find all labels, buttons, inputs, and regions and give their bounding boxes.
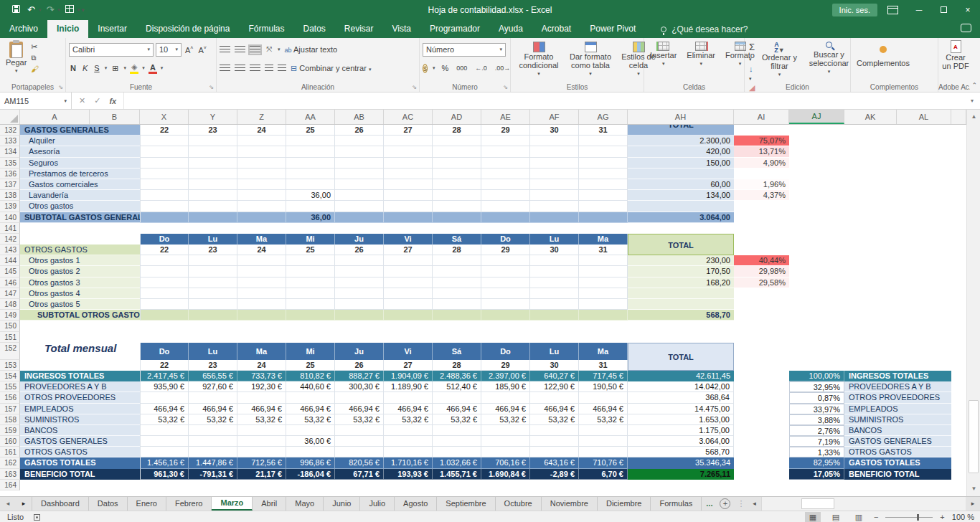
ribbon-tab-ayuda[interactable]: Ayuda [489,20,532,38]
cell-day6-r139[interactable] [433,201,481,212]
cell-day8-r148[interactable] [530,299,579,310]
cell-day7-r154[interactable]: 2.397,00 € [481,371,530,381]
cell-day1-r134[interactable] [189,146,237,157]
empty-cells[interactable] [734,360,966,371]
cell-day9-r159[interactable] [579,425,628,436]
cell-day0-r135[interactable] [140,158,189,169]
cell-day2-r158[interactable]: 53,32 € [237,414,286,425]
empty-cells[interactable] [789,169,966,179]
summary-label-161[interactable]: OTROS GASTOS [844,447,951,457]
cell-day5-r160[interactable] [384,436,433,447]
cell-day9-r148[interactable] [579,299,628,310]
cell-day6-r134[interactable] [433,146,481,157]
cell-day3-r133[interactable] [286,136,335,146]
cell-day4-r145[interactable] [335,266,384,277]
cell-day3-r146[interactable] [286,277,335,288]
empty-cells[interactable] [20,480,966,490]
font-dialog-launcher-icon[interactable]: ⇘ [209,84,214,90]
summary-label-155[interactable]: PROVEEDORES A Y B [844,381,951,392]
cell-day2-r142[interactable]: Ma [237,234,286,245]
cell-day3-r161[interactable] [286,447,335,457]
fill-color-dropdown-icon[interactable]: ▾ [142,65,145,71]
row-header-140[interactable]: 140 [0,212,20,223]
label-145[interactable]: Otros gastos 2 [20,266,140,277]
cell-day5-r144[interactable] [384,255,433,266]
cell-day9-r149[interactable] [579,310,628,321]
cell-day7-r143[interactable]: 29 [481,245,530,255]
cell-day0-r134[interactable] [140,146,189,157]
cell-day6-r152[interactable]: Sá [433,343,481,360]
total-145[interactable]: 170,50 [628,266,734,277]
align-top-icon[interactable] [220,46,230,54]
summary-pct-156[interactable]: 0,87% [789,392,844,403]
sheet-tab-agosto[interactable]: Agosto [395,497,437,511]
empty-cells[interactable] [789,266,966,277]
vertical-scrollbar[interactable]: ▲ ▼ [966,110,980,496]
cell-day3-r148[interactable] [286,299,335,310]
empty-cells[interactable] [789,146,966,157]
number-dialog-launcher-icon[interactable]: ⇘ [503,84,508,90]
decrease-font-icon[interactable]: A˅ [197,45,207,54]
fill-color-icon[interactable]: ◈ [130,62,138,74]
row-header-153[interactable]: 153 [0,360,20,371]
row-header-155[interactable]: 155 [0,381,20,392]
cell-day7-r145[interactable] [481,266,530,277]
cell-day2-r153[interactable]: 24 [237,360,286,371]
cell-day6-r140[interactable] [433,212,481,223]
total-137[interactable]: 60,00 [628,179,734,190]
cell-day0-r149[interactable] [140,310,189,321]
cell-day6-r154[interactable]: 2.488,36 € [433,371,481,381]
cell-day1-r160[interactable] [189,436,237,447]
cell-day9-r145[interactable] [579,266,628,277]
cell-day2-r135[interactable] [237,158,286,169]
cell-day6-r144[interactable] [433,255,481,266]
cell-day6-r133[interactable] [433,136,481,146]
cell-day0-r156[interactable] [140,392,189,403]
cell-day3-r137[interactable] [286,179,335,190]
insert-cells-button[interactable]: Insertar ▾ [647,40,679,81]
cell-day2-r148[interactable] [237,299,286,310]
orientation-dropdown-icon[interactable]: ▾ [278,47,281,52]
cell-day6-r162[interactable]: 1.032,66 € [433,457,481,468]
row-header-148[interactable]: 148 [0,299,20,310]
fill-icon[interactable]: ↓ ▾ [748,65,756,82]
cell-day2-r137[interactable] [237,179,286,190]
cell-day1-r161[interactable] [189,447,237,457]
label-162[interactable]: GASTOS TOTALES [20,457,140,468]
cell-day8-r147[interactable] [530,288,579,299]
cell-day7-r162[interactable]: 706,16 € [481,457,530,468]
column-header-AG[interactable]: AG [579,110,628,124]
cell-day0-r138[interactable] [140,190,189,201]
cell-day8-r139[interactable] [530,201,579,212]
label-161[interactable]: OTROS GASTOS [20,447,140,457]
cell-day7-r136[interactable] [481,169,530,179]
total-162[interactable]: 35.346,34 [628,457,734,468]
first-sheet-icon[interactable]: ◂ [0,497,16,511]
row-header-142[interactable]: 142 [0,234,20,245]
column-header-partial[interactable] [951,110,966,124]
cell-day2-r134[interactable] [237,146,286,157]
label-139[interactable]: Otros gastos [20,201,140,212]
empty-cells[interactable] [789,288,966,299]
close-button[interactable]: × [956,0,980,20]
cell-day2-r154[interactable]: 733,73 € [237,371,286,381]
decrease-decimal-icon[interactable]: .00→ [494,65,512,72]
cell-day8-r136[interactable] [530,169,579,179]
cell-day9-r143[interactable]: 31 [579,245,628,255]
cell-day7-r148[interactable] [481,299,530,310]
cell-day9-r157[interactable]: 466,94 € [579,404,628,414]
cell-day7-r160[interactable] [481,436,530,447]
empty-cells[interactable] [789,179,966,190]
total-144[interactable]: 230,00 [628,255,734,266]
total-157[interactable]: 14.475,00 [628,404,734,414]
cell-day8-r140[interactable] [530,212,579,223]
cell-day2-r162[interactable]: 712,56 € [237,457,286,468]
cell-day2-r146[interactable] [237,277,286,288]
bold-icon[interactable]: N [69,64,77,72]
cell-day6-r158[interactable]: 53,32 € [433,414,481,425]
cell-day5-r152[interactable]: Vi [384,343,433,360]
row-header-134[interactable]: 134 [0,146,20,157]
accounting-format-icon[interactable]: $ [423,64,428,73]
column-header-AE[interactable]: AE [481,110,530,124]
cell-day7-r134[interactable] [481,146,530,157]
